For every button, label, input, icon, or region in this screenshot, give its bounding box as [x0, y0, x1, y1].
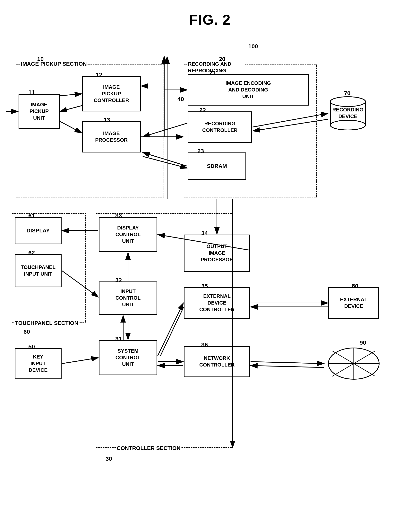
display-control-box: DISPLAYCONTROLUNIT [99, 217, 157, 252]
ref-40: 40 [177, 96, 184, 102]
ref-50: 50 [28, 343, 35, 350]
image-pickup-unit-box: IMAGEPICKUPUNIT [19, 94, 60, 129]
ref-61: 61 [28, 212, 35, 219]
ref-60: 60 [23, 329, 30, 335]
svg-point-5 [330, 97, 366, 107]
image-processor-box: IMAGEPROCESSOR [82, 121, 141, 153]
ref-100: 100 [248, 43, 258, 50]
external-device-controller-box: EXTERNALDEVICECONTROLLER [184, 287, 250, 319]
svg-line-41 [250, 362, 324, 363]
ref-12: 12 [96, 71, 102, 78]
ref-32: 32 [115, 277, 122, 284]
network-controller-box: NETWORKCONTROLLER [184, 346, 250, 377]
ref-20: 20 [219, 56, 225, 62]
system-control-box: SYSTEMCONTROLUNIT [99, 340, 157, 375]
recording-controller-box: RECORDINGCONTROLLER [188, 111, 252, 143]
ref-33: 33 [115, 212, 122, 219]
input-control-box: INPUTCONTROLUNIT [99, 282, 157, 315]
ref-23: 23 [197, 148, 204, 154]
image-pickup-section-label: IMAGE PICKUP SECTION [20, 61, 87, 67]
ref-10: 10 [37, 56, 43, 62]
ref-34: 34 [201, 230, 208, 237]
svg-point-4 [330, 120, 366, 130]
output-image-processor-box: OUTPUTIMAGEPROCESSOR [184, 235, 250, 272]
touchpanel-section-label: TOUCHPANEL SECTION [14, 320, 79, 326]
key-input-device-box: KEYINPUTDEVICE [15, 348, 62, 379]
ref-22: 22 [199, 107, 206, 113]
ref-90: 90 [360, 339, 366, 346]
image-encoding-decoding-box: IMAGE ENCODINGAND DECODINGUNIT [188, 74, 309, 106]
ref-11: 11 [28, 89, 35, 96]
svg-line-42 [250, 365, 324, 367]
svg-line-34 [62, 358, 98, 363]
ref-70: 70 [344, 90, 350, 97]
ref-35: 35 [201, 283, 208, 289]
sdram-box: SDRAM [188, 153, 246, 180]
ref-13: 13 [104, 117, 110, 123]
ref-80: 80 [352, 283, 358, 289]
network-device-circle [324, 344, 383, 383]
controller-section-label: CONTROLLER SECTION [116, 445, 181, 451]
ref-30: 30 [106, 455, 112, 462]
ref-21: 21 [209, 70, 215, 76]
image-pickup-controller-box: IMAGEPICKUPCONTROLLER [82, 76, 141, 111]
figure-title: FIG. 2 [189, 12, 231, 28]
recording-device-cylinder: RECORDINGDEVICE [328, 96, 367, 131]
display-box: DISPLAY [15, 217, 62, 244]
touchpanel-input-box: TOUCHPANELINPUT UNIT [15, 254, 62, 287]
external-device-box: EXTERNALDEVICE [328, 287, 379, 319]
ref-31: 31 [115, 335, 122, 342]
ref-62: 62 [28, 249, 35, 256]
ref-36: 36 [201, 341, 208, 348]
